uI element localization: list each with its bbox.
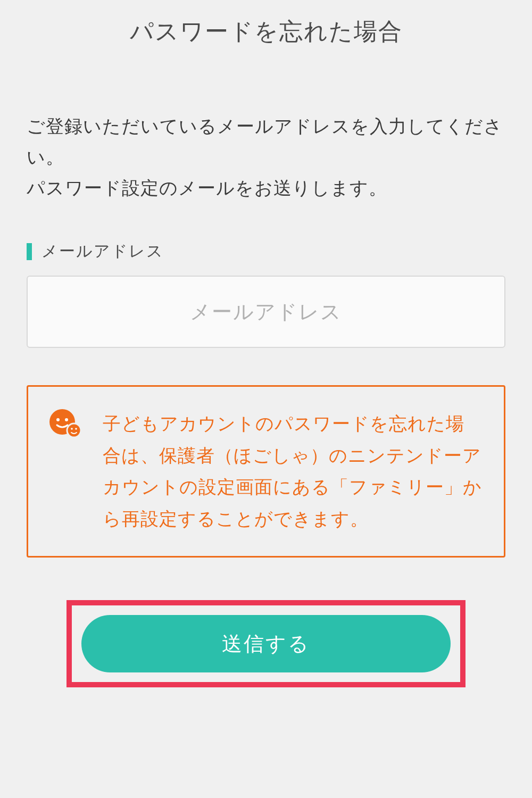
email-input[interactable] (27, 276, 505, 348)
email-field-label-wrapper: メールアドレス (27, 240, 505, 262)
instruction-line-1: ご登録いただいているメールアドレスを入力してください。 (27, 116, 503, 167)
instruction-line-2: パスワード設定のメールをお送りします。 (27, 178, 387, 198)
svg-point-3 (67, 423, 81, 437)
svg-point-5 (75, 428, 77, 430)
svg-point-4 (71, 428, 73, 430)
field-marker-icon (27, 243, 32, 260)
page-title: パスワードを忘れた場合 (27, 0, 505, 63)
email-field-label: メールアドレス (41, 240, 164, 262)
svg-point-2 (65, 418, 68, 421)
child-account-notice: 子どもアカウントのパスワードを忘れた場合は、保護者（ほごしゃ）のニンテンドーアカ… (27, 385, 505, 558)
svg-point-1 (56, 418, 60, 421)
instruction-text: ご登録いただいているメールアドレスを入力してください。 パスワード設定のメールを… (27, 111, 505, 203)
family-smile-icon (49, 409, 81, 440)
submit-button[interactable]: 送信する (81, 615, 451, 672)
submit-button-highlight-frame: 送信する (66, 600, 466, 687)
child-account-notice-text: 子どもアカウントのパスワードを忘れた場合は、保護者（ほごしゃ）のニンテンドーアカ… (103, 408, 483, 535)
